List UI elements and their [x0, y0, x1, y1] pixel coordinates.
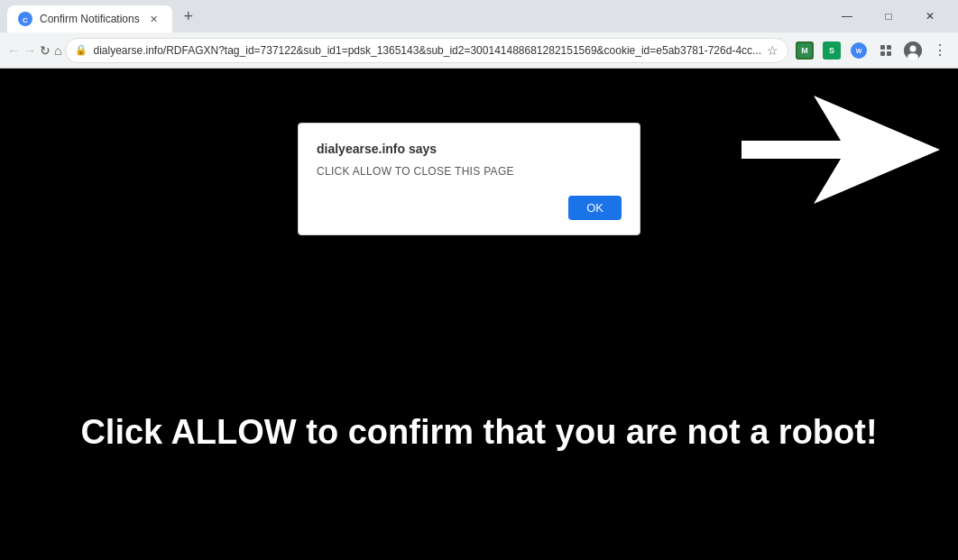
dialog-message: CLICK ALLOW TO CLOSE THIS PAGE [317, 165, 622, 178]
extension-icon-2[interactable]: S [819, 38, 844, 63]
extensions-menu-button[interactable] [873, 38, 898, 63]
svg-rect-8 [880, 45, 885, 50]
home-button[interactable]: ⌂ [54, 38, 61, 63]
svg-text:M: M [801, 46, 808, 55]
svg-point-13 [910, 45, 917, 51]
browser-window: C Confirm Notifications ✕ + — □ ✕ ← → ↻ [0, 0, 958, 560]
svg-text:S: S [829, 46, 834, 55]
toolbar-icons: M S W ⋮ [792, 38, 953, 63]
tab-strip: C Confirm Notifications ✕ + [7, 0, 826, 32]
minimize-button[interactable]: — [826, 0, 868, 32]
svg-rect-11 [887, 51, 891, 56]
svg-rect-10 [880, 51, 885, 56]
extension-icon-1[interactable]: M [792, 38, 817, 63]
window-controls: — □ ✕ [826, 0, 951, 32]
address-bar: ← → ↻ ⌂ 🔒 dialyearse.info/RDFAGXN?tag_id… [0, 32, 958, 69]
dialog-ok-button[interactable]: OK [568, 196, 622, 220]
lock-icon: 🔒 [75, 44, 88, 56]
back-button[interactable]: ← [7, 38, 20, 63]
arrow-indicator [742, 96, 940, 204]
maximize-button[interactable]: □ [868, 0, 909, 32]
menu-button[interactable]: ⋮ [927, 38, 953, 63]
active-tab[interactable]: C Confirm Notifications ✕ [7, 5, 172, 32]
url-text: dialyearse.info/RDFAGXN?tag_id=737122&su… [93, 44, 761, 57]
extension-icon-3[interactable]: W [846, 38, 871, 63]
forward-button[interactable]: → [23, 38, 36, 63]
address-input[interactable]: 🔒 dialyearse.info/RDFAGXN?tag_id=737122&… [65, 38, 788, 63]
notification-dialog: dialyearse.info says CLICK ALLOW TO CLOS… [298, 123, 640, 235]
profile-avatar [904, 41, 922, 60]
bookmark-star-icon[interactable]: ☆ [767, 43, 778, 58]
title-bar: C Confirm Notifications ✕ + — □ ✕ [0, 0, 958, 32]
new-tab-button[interactable]: + [176, 4, 201, 29]
tab-close-button[interactable]: ✕ [147, 12, 161, 26]
close-button[interactable]: ✕ [909, 0, 951, 32]
tab-title: Confirm Notifications [40, 13, 140, 25]
svg-text:W: W [856, 48, 862, 54]
main-page-text: Click ALLOW to confirm that you are not … [0, 413, 958, 452]
page-content: dialyearse.info says CLICK ALLOW TO CLOS… [0, 69, 958, 560]
profile-button[interactable] [900, 38, 926, 63]
dialog-site-name: dialyearse.info says [317, 142, 622, 156]
tab-favicon: C [18, 12, 32, 26]
svg-marker-15 [742, 96, 940, 204]
svg-text:C: C [23, 16, 28, 24]
svg-rect-9 [887, 45, 891, 50]
reload-button[interactable]: ↻ [40, 38, 51, 63]
dialog-footer: OK [317, 196, 622, 220]
